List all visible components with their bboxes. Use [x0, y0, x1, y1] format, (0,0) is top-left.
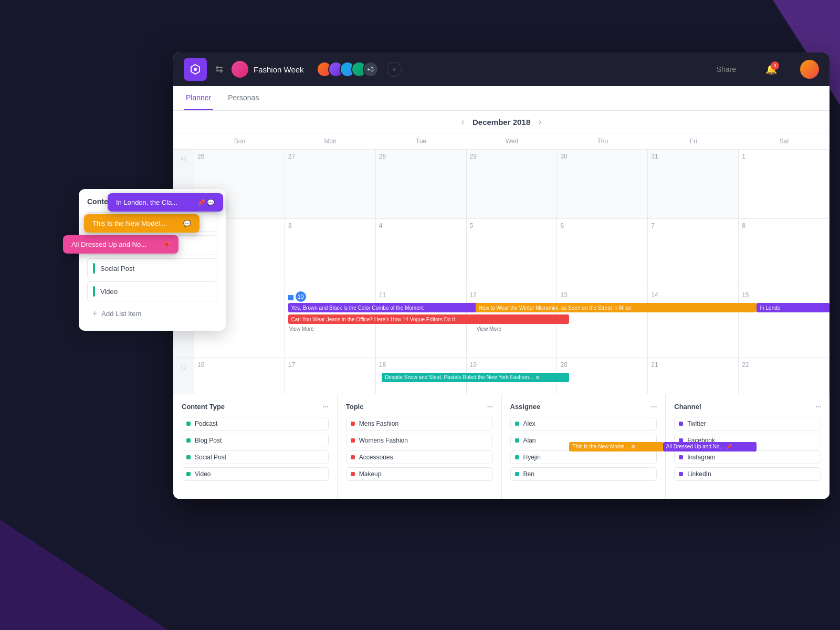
channel-menu[interactable]: ··· [815, 403, 821, 411]
dot-alex [515, 422, 519, 426]
dot-podcast [186, 422, 191, 426]
filter-item-blog-post[interactable]: Blog Post [182, 434, 329, 447]
card-model-text: This Is the New Model... [92, 219, 165, 227]
dot-social [186, 455, 191, 459]
dot-twitter [679, 422, 683, 426]
cal-cell-dec5[interactable]: 5 [467, 219, 558, 288]
filter-item-hyejin[interactable]: Hyejin [510, 450, 657, 464]
event-vogue-jeans[interactable]: Can You Wear Jeans in the Office? Here's… [288, 314, 570, 324]
day-header-tue: Tue [376, 133, 467, 149]
dot-alan [515, 438, 519, 443]
filter-item-video[interactable]: Video [182, 467, 329, 481]
cal-cell-dec1[interactable]: 1 [739, 150, 830, 218]
cal-cell-nov28[interactable]: 28 [376, 150, 467, 218]
filter-item-instagram[interactable]: Instagram [674, 450, 821, 464]
back-button[interactable]: ⇆ [215, 64, 223, 75]
week-num-header [173, 133, 194, 149]
filter-item-social-post[interactable]: Social Post [182, 450, 329, 464]
cal-cell-dec15[interactable]: 15 [739, 288, 830, 357]
nav-tabs: Planner Personas [173, 86, 830, 111]
filter-item-ben[interactable]: Ben [510, 467, 657, 481]
cal-cell-dec4[interactable]: 4 [376, 219, 467, 288]
view-more-row3-right[interactable]: View More [477, 326, 501, 332]
dot-linkedin [679, 472, 683, 476]
dot-video [186, 472, 191, 476]
cal-cell-nov29[interactable]: 29 [467, 150, 558, 218]
filter-item-womens-fashion[interactable]: Womens Fashion [346, 434, 493, 447]
cal-cell-dec7[interactable]: 7 [648, 219, 739, 288]
event-micromini[interactable]: How to Wear the Winter Micromini, as See… [476, 303, 757, 312]
filter-panel-topic: Topic ··· Mens Fashion Womens Fashion Ac… [338, 394, 502, 499]
filter-item-podcast[interactable]: Podcast [182, 417, 329, 430]
card-london-icons: 📌 💬 [197, 199, 215, 206]
view-more-row3-left[interactable]: View More [289, 326, 314, 332]
dot-blog [186, 438, 191, 443]
cal-cell-dec8[interactable]: 8 [739, 219, 830, 288]
calendar-header: ‹ December 2018 › [173, 111, 830, 133]
filter-item-mens-fashion[interactable]: Mens Fashion [346, 417, 493, 430]
add-list-icon: + [92, 309, 97, 318]
filter-item-accessories[interactable]: Accessories [346, 450, 493, 464]
content-type-menu[interactable]: ··· [323, 403, 329, 411]
panel-bar-social [93, 263, 95, 274]
card-model-icons: 💬 [183, 220, 191, 227]
calendar-month-title: December 2018 [472, 118, 530, 127]
dot-instagram [679, 455, 683, 459]
add-collaborator-button[interactable]: + [387, 62, 402, 77]
panel-bar-video [93, 286, 95, 297]
app-window: ⇆ Fashion Week +3 + Share 🔔 3 Planner [173, 52, 830, 499]
cal-cell-nov30[interactable]: 30 [557, 150, 648, 218]
collaborator-count[interactable]: +3 [363, 61, 379, 77]
filter-item-alex[interactable]: Alex [510, 417, 657, 430]
panel-item-social-post[interactable]: Social Post [87, 258, 217, 278]
prev-month-button[interactable]: ‹ [461, 117, 464, 127]
tab-planner[interactable]: Planner [184, 86, 213, 110]
dot-mens-fashion [351, 422, 355, 426]
event-in-london-row3[interactable]: In Londo [757, 303, 830, 312]
cal-cell-dec6[interactable]: 6 [557, 219, 648, 288]
collaborators-list: +3 [317, 61, 379, 77]
dot-ben [515, 472, 519, 476]
filter-item-linkedin[interactable]: LinkedIn [674, 467, 821, 481]
cal-cell-nov27[interactable]: 27 [285, 150, 376, 218]
next-month-button[interactable]: › [539, 117, 541, 127]
floating-card-london[interactable]: In London, the Cla... 📌 💬 [108, 193, 223, 212]
panel-item-video[interactable]: Video [87, 281, 217, 301]
event-all-dressed-dec28[interactable]: All Dressed Up and No... 📌 [663, 442, 757, 452]
share-button[interactable]: Share [717, 65, 736, 74]
cal-cell-dec13[interactable]: 13 [557, 288, 648, 357]
add-list-item-button[interactable]: + Add List Item [87, 304, 217, 322]
dot-hyejin [515, 455, 519, 459]
filter-title-topic: Topic ··· [346, 403, 493, 411]
filter-panel-content-type: Content Type ··· Podcast Blog Post Socia… [173, 394, 338, 499]
calendar-row-3: 51 9 10 11 12 13 14 15 [173, 288, 830, 358]
day-header-mon: Mon [285, 133, 376, 149]
filter-title-assignee: Assignee ··· [510, 403, 657, 411]
assignee-menu[interactable]: ··· [651, 403, 657, 411]
day-header-fri: Fri [648, 133, 739, 149]
notifications-button[interactable]: 🔔 3 [765, 64, 777, 75]
calendar-days-header: Sun Mon Tue Wed Thu Fri Sat [173, 133, 830, 150]
day-header-sat: Sat [739, 133, 830, 149]
dot-womens-fashion [351, 438, 355, 443]
tab-personas[interactable]: Personas [226, 86, 261, 110]
cal-cell-dec14[interactable]: 14 [648, 288, 739, 357]
card-dressed-text: All Dressed Up and No... [71, 240, 146, 248]
app-header: ⇆ Fashion Week +3 + Share 🔔 3 [173, 52, 830, 86]
day-header-thu: Thu [557, 133, 648, 149]
project-selector[interactable]: Fashion Week [232, 61, 304, 78]
project-avatar [232, 61, 248, 78]
calendar-area: ‹ December 2018 › Sun Mon Tue Wed Thu Fr… [173, 111, 830, 499]
topic-menu[interactable]: ··· [487, 403, 493, 411]
floating-card-dressed[interactable]: All Dressed Up and No... 📌 [63, 235, 178, 254]
filter-item-twitter[interactable]: Twitter [674, 417, 821, 430]
cal-cell-dec3[interactable]: 3 [285, 219, 376, 288]
event-new-model-dec27[interactable]: This Is the New Model... ⚙ [569, 442, 663, 452]
filter-item-makeup[interactable]: Makeup [346, 467, 493, 481]
app-logo[interactable] [184, 58, 207, 81]
user-avatar[interactable] [800, 60, 819, 79]
cal-cell-nov31[interactable]: 31 [648, 150, 739, 218]
svg-point-0 [194, 68, 197, 71]
floating-card-model[interactable]: This Is the New Model... 💬 [84, 214, 200, 233]
event-pastels[interactable]: Despite Snow and Sleet, Pastels Ruled th… [382, 373, 569, 382]
